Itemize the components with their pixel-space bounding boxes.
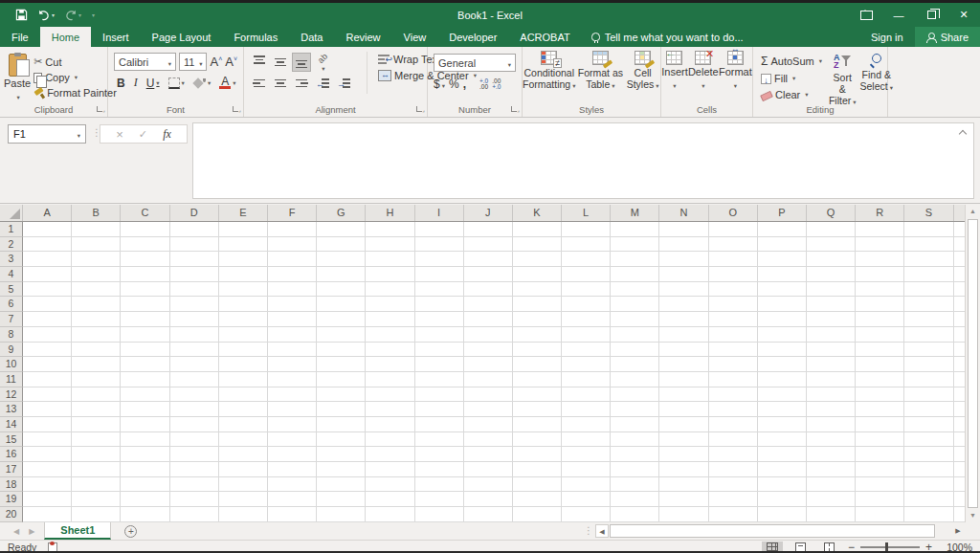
column-header-D[interactable]: D (170, 205, 219, 221)
cell-Q16[interactable] (807, 447, 856, 462)
cell-S17[interactable] (904, 462, 953, 477)
cell-B9[interactable] (72, 343, 121, 358)
cell-K4[interactable] (513, 267, 562, 282)
cell-J9[interactable] (464, 343, 513, 358)
column-header-partial[interactable] (954, 205, 965, 221)
cell-K3[interactable] (513, 252, 562, 267)
cell-I19[interactable] (415, 492, 464, 507)
cell-B4[interactable] (72, 267, 121, 282)
cell-A6[interactable] (23, 297, 72, 312)
cell-O15[interactable] (709, 432, 758, 448)
cell-R10[interactable] (856, 357, 904, 372)
cell-G17[interactable] (317, 462, 366, 477)
cell-C14[interactable] (121, 417, 169, 432)
column-header-E[interactable]: E (219, 205, 268, 221)
cell-H11[interactable] (366, 372, 414, 387)
cell-L19[interactable] (562, 492, 611, 507)
cell-M20[interactable] (611, 507, 659, 522)
cell-B19[interactable] (72, 492, 121, 507)
cancel-icon[interactable] (116, 127, 123, 142)
cell-K15[interactable] (513, 432, 562, 448)
cell-M6[interactable] (611, 297, 659, 312)
cell-G19[interactable] (317, 492, 366, 507)
cell-M14[interactable] (611, 417, 659, 432)
cell-P2[interactable] (758, 237, 807, 253)
cell-E17[interactable] (219, 462, 268, 477)
number-dialog-launcher[interactable] (511, 106, 519, 114)
cell-B16[interactable] (72, 447, 121, 462)
cell-N18[interactable] (659, 477, 708, 493)
cell-Q17[interactable] (807, 462, 856, 477)
cell-Q14[interactable] (807, 417, 856, 432)
cell-B11[interactable] (72, 372, 121, 387)
cell-M12[interactable] (611, 387, 659, 403)
cell-Q1[interactable] (807, 222, 856, 237)
cell-Q7[interactable] (807, 312, 856, 327)
cell-A5[interactable] (23, 282, 72, 298)
scroll-down-icon[interactable]: ▼ (966, 509, 980, 522)
cell-J6[interactable] (464, 297, 513, 312)
cell-R2[interactable] (856, 237, 904, 253)
cell-E4[interactable] (219, 267, 268, 282)
save-button[interactable] (11, 6, 32, 25)
cell-S11[interactable] (904, 372, 953, 387)
cell-J3[interactable] (464, 252, 513, 267)
column-header-F[interactable]: F (268, 205, 317, 221)
cell-J15[interactable] (464, 432, 513, 448)
cell-N4[interactable] (659, 267, 708, 282)
cell-E15[interactable] (219, 432, 268, 448)
cell-M16[interactable] (611, 447, 659, 462)
cell-S13[interactable] (904, 402, 953, 417)
decrease-font-size-button[interactable]: A˅ (225, 55, 237, 69)
customize-qat-button[interactable]: ▾ (87, 6, 99, 25)
cell-P1[interactable] (758, 222, 807, 237)
cell-J4[interactable] (464, 267, 513, 282)
cell-L17[interactable] (562, 462, 611, 477)
cell-F17[interactable] (268, 462, 317, 477)
font-color-button[interactable]: A (216, 77, 238, 89)
font-dialog-launcher[interactable] (233, 106, 240, 114)
cell-S6[interactable] (904, 297, 953, 312)
cell-E5[interactable] (219, 282, 268, 298)
cell-J2[interactable] (464, 237, 513, 253)
cell-S20[interactable] (904, 507, 953, 522)
underline-button[interactable]: U (144, 77, 163, 90)
cell-C19[interactable] (121, 492, 169, 507)
cell-M18[interactable] (611, 477, 659, 493)
cell-A20[interactable] (23, 507, 72, 522)
cell-F10[interactable] (268, 357, 317, 372)
cell-partial-11[interactable] (954, 372, 965, 387)
cell-J18[interactable] (464, 477, 513, 493)
horizontal-scrollbar-thumb[interactable] (610, 524, 935, 538)
column-header-K[interactable]: K (513, 205, 562, 221)
cell-Q19[interactable] (807, 492, 856, 507)
italic-button[interactable]: I (131, 76, 141, 90)
row-header-3[interactable]: 3 (0, 252, 23, 267)
font-family-combobox[interactable]: Calibri (114, 53, 176, 71)
cell-L15[interactable] (562, 432, 611, 448)
autosum-button[interactable]: AutoSum (758, 54, 825, 69)
cell-D19[interactable] (170, 492, 219, 507)
cell-partial-1[interactable] (954, 222, 965, 237)
cell-C6[interactable] (121, 297, 169, 312)
accounting-format-button[interactable]: $ (434, 77, 445, 91)
collapse-formula-bar-icon[interactable] (958, 128, 968, 136)
cell-J16[interactable] (464, 447, 513, 462)
comma-style-button[interactable]: , (463, 77, 466, 91)
select-all-button[interactable] (0, 205, 23, 221)
cell-H6[interactable] (366, 297, 414, 312)
cell-C17[interactable] (121, 462, 169, 477)
ribbon-display-options-button[interactable] (850, 3, 882, 27)
cell-M17[interactable] (611, 462, 659, 477)
cell-K5[interactable] (513, 282, 562, 298)
cell-K17[interactable] (513, 462, 562, 477)
cell-D13[interactable] (170, 402, 219, 417)
cell-C3[interactable] (121, 252, 169, 267)
cell-N15[interactable] (659, 432, 708, 448)
hscroll-left-icon[interactable]: ◀ (595, 524, 609, 538)
cell-C5[interactable] (121, 282, 169, 298)
cell-B15[interactable] (72, 432, 121, 448)
cell-F2[interactable] (268, 237, 317, 253)
cell-K7[interactable] (513, 312, 562, 327)
row-header-16[interactable]: 16 (0, 447, 23, 462)
